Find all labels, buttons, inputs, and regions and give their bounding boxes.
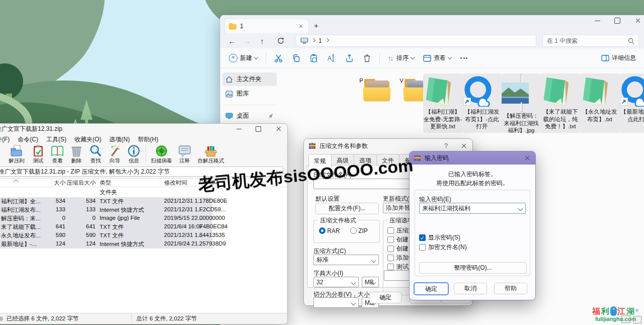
delete-button[interactable]: 删除 <box>67 144 86 165</box>
password-input[interactable]: 来福利江湖找福利 <box>419 203 526 214</box>
table-row[interactable]: 来了就能下载... 641 641 TXT 文件 2021/6/4 16:07 … <box>0 223 212 231</box>
file-tile[interactable]: 【永久地址发布页】.txt <box>580 73 619 133</box>
organize-passwords-button[interactable]: 整理密码(O)... <box>419 262 527 274</box>
add-button[interactable]: 添加 <box>0 144 5 165</box>
split-size-select[interactable] <box>313 297 359 308</box>
refresh-icon[interactable] <box>273 37 288 45</box>
maximize-icon[interactable] <box>614 18 620 24</box>
cell-crc: F2CD59... <box>199 206 225 212</box>
test-button[interactable]: 测试 <box>29 144 48 165</box>
sort-button[interactable]: ↑↓ 排序 <box>384 51 418 65</box>
info-button[interactable]: 信息 <box>124 144 143 165</box>
view-file-icon <box>51 144 64 157</box>
table-row[interactable]: 最新地址】-... 124 124 Internet 快捷方式 2021/9/2… <box>0 240 212 249</box>
more-button[interactable] <box>457 55 471 61</box>
menu-tools[interactable]: 工具(S) <box>43 135 70 144</box>
table-row[interactable]: 永久地址发布... 590 590 TXT 文件 2021/12/31 1...… <box>0 231 212 240</box>
sidebar-item-gallery[interactable]: 图库 <box>222 87 277 101</box>
logo-char: 利 <box>601 307 610 316</box>
comment-label: 注释 <box>180 157 190 165</box>
column-modified[interactable]: 修改时间 <box>164 179 187 187</box>
file-tile[interactable]: P <box>342 73 381 133</box>
view-icon <box>423 55 431 62</box>
cancel-button[interactable]: 取消 <box>454 283 487 294</box>
view-button[interactable]: 查看 <box>420 51 455 65</box>
dialog-title: 输入密码 <box>425 154 520 162</box>
help-icon[interactable]: ? <box>444 142 448 149</box>
column-packed[interactable]: 压缩后大小 <box>62 179 96 187</box>
copy-button[interactable] <box>288 51 304 65</box>
close-icon[interactable] <box>460 142 467 149</box>
paste-button[interactable] <box>306 51 321 65</box>
view-button[interactable]: 查看 <box>48 144 67 165</box>
minimize-icon[interactable] <box>236 129 242 129</box>
close-icon[interactable] <box>524 154 531 161</box>
cell-size: 124 <box>32 240 65 247</box>
delete-button[interactable] <box>359 51 375 65</box>
chevron-down-icon <box>254 55 258 59</box>
cell-type: TXT 文件 <box>100 232 124 239</box>
format-rar-radio[interactable]: RAR <box>319 227 340 234</box>
dict-unit-select[interactable]: MB <box>362 277 379 287</box>
maximize-icon[interactable] <box>256 126 261 132</box>
format-zip-radio[interactable]: ZIP <box>350 227 368 234</box>
tab-close-icon[interactable] <box>298 24 304 29</box>
wizard-button[interactable]: 向导 <box>105 144 124 165</box>
close-icon[interactable] <box>275 125 282 132</box>
show-password-checkbox[interactable]: ✓显示密码(S) <box>419 233 526 242</box>
menu-help[interactable]: 帮助(H) <box>134 135 162 144</box>
profiles-button[interactable]: 配置文件(F)... <box>315 203 379 214</box>
share-button[interactable] <box>342 51 357 65</box>
file-tile[interactable]: 【解压密码：来福利江湖找福利】.jpg <box>502 73 541 133</box>
search-input[interactable]: 在 1 中搜索 <box>542 35 639 47</box>
cell-size: 133 <box>32 206 65 212</box>
file-tile[interactable]: 【福利江湖发布页1】-点此打开 <box>462 73 502 133</box>
details-pane-button[interactable]: 详细信息 <box>598 51 639 65</box>
column-type[interactable]: 类型 <box>100 179 111 187</box>
text-file-icon <box>541 75 580 107</box>
comment-button[interactable]: 注释 <box>175 144 194 165</box>
site-logo: 福 利 江 湖 ® fulijianghu.com <box>592 306 639 322</box>
rename-button[interactable]: A <box>324 51 340 65</box>
cut-icon <box>274 54 283 62</box>
scan-virus-button[interactable]: 扫描病毒 <box>148 144 175 165</box>
help-button[interactable]: 帮助 <box>494 283 527 294</box>
sidebar-item-home[interactable]: 主文件夹 <box>222 72 277 86</box>
file-tile[interactable]: 【福利江湖】全免费-无套路-更新快.txt <box>423 73 462 133</box>
table-row[interactable]: 福利江湖发布... 133 133 Internet 快捷方式 2021/12/… <box>0 206 212 214</box>
sidebar-item-desktop[interactable]: 桌面 <box>222 109 277 123</box>
menu-favorites[interactable]: 收藏夹(O) <box>71 135 105 144</box>
table-row[interactable]: 福利江湖】全... 534 534 TXT 文件 2021/12/31 1...… <box>0 197 212 206</box>
file-tile[interactable]: 【最新地址】-点此打开 <box>619 73 644 133</box>
ok-button[interactable]: 确定 <box>369 292 401 303</box>
chevron-down-icon <box>448 55 452 59</box>
menu-file[interactable]: 文件(F) <box>0 135 13 144</box>
pin-icon <box>267 112 275 120</box>
extract-to-button[interactable]: 解压到 <box>5 144 29 165</box>
file-tile[interactable]: V <box>382 73 421 133</box>
breadcrumb[interactable]: 1 <box>296 35 536 47</box>
file-tile[interactable]: 【来了就能下载的论坛，纯免费！】.txt <box>541 73 580 133</box>
menu-options[interactable]: 选项(N) <box>106 135 133 144</box>
encrypt-names-checkbox[interactable]: 加密文件名(N) <box>419 243 526 252</box>
table-row[interactable]: 解压密码：来... 0 0 Image (jpg) File 2019/5/15… <box>0 214 212 223</box>
explorer-tab[interactable]: 1 <box>224 19 309 33</box>
find-button[interactable]: 查找 <box>86 144 105 165</box>
back-icon[interactable]: ← <box>224 37 239 45</box>
sfx-button[interactable]: 自解压格式 <box>194 144 227 165</box>
forward-icon[interactable]: → <box>239 37 255 45</box>
method-select[interactable]: 标准 <box>313 255 379 265</box>
column-size[interactable]: 大小 <box>32 179 65 187</box>
cut-button[interactable] <box>271 51 286 65</box>
menu-commands[interactable]: 命令(C) <box>14 135 42 144</box>
cell-packed: 133 <box>62 206 96 212</box>
new-tab-button[interactable]: + <box>314 21 318 30</box>
minimize-icon[interactable] <box>595 21 600 21</box>
breadcrumb-item[interactable]: 1 <box>318 37 322 44</box>
new-button[interactable]: + 新建 <box>225 51 261 65</box>
close-icon[interactable] <box>634 17 641 24</box>
dict-select[interactable]: 32 <box>313 277 359 287</box>
ok-button[interactable]: 确定 <box>414 282 449 295</box>
up-icon[interactable]: ↑ <box>255 37 270 45</box>
image-file-icon <box>502 74 541 112</box>
